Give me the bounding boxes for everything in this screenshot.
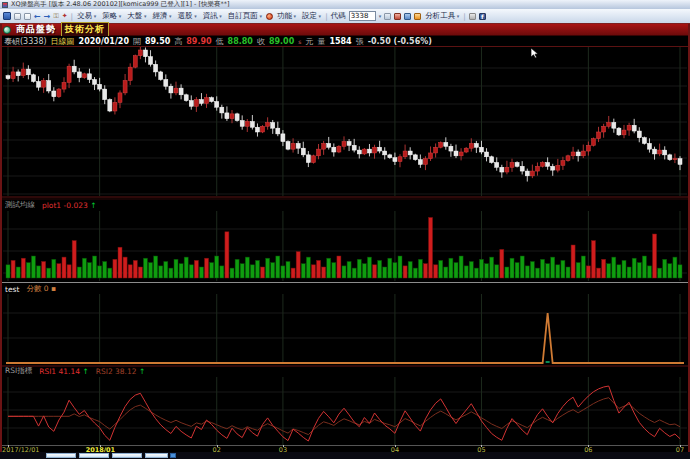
low-label: 低 bbox=[216, 36, 224, 47]
open-label: 開 bbox=[133, 36, 141, 47]
test-indicator-row: test 分數 0 ▪ bbox=[5, 284, 56, 294]
high-label: 高 bbox=[174, 36, 182, 47]
test-score-label: 分數 bbox=[26, 284, 41, 293]
menu-item-選股[interactable]: 選股 bbox=[177, 11, 198, 21]
volume-value: 1584 bbox=[329, 37, 351, 46]
ma-up-arrow-icon: ↑ bbox=[90, 201, 96, 210]
rsi2-label: RSI2 bbox=[96, 367, 113, 376]
menu-item-資訊[interactable]: 資訊 bbox=[202, 11, 223, 21]
code-dropdown-icon[interactable]: ▾ bbox=[379, 13, 382, 19]
open-value: 89.50 bbox=[145, 37, 170, 46]
grid-icon[interactable] bbox=[404, 13, 411, 20]
menu-item-策略[interactable]: 策略 bbox=[101, 11, 122, 21]
volume-unit: 張 bbox=[356, 36, 364, 47]
ma-plot-label: plot1 bbox=[42, 201, 61, 210]
chart-canvas[interactable] bbox=[0, 47, 690, 452]
app-grid-icon[interactable] bbox=[3, 12, 11, 20]
sort-up-icon[interactable] bbox=[384, 13, 391, 20]
flag-icon[interactable] bbox=[414, 13, 421, 20]
close-label: 收 bbox=[257, 36, 265, 47]
rsi2-value: 38.12 bbox=[115, 367, 136, 376]
menu-item-大盤[interactable]: 大盤 bbox=[126, 11, 147, 21]
taskbar-fragment[interactable] bbox=[46, 453, 76, 458]
code-input[interactable] bbox=[349, 11, 376, 21]
candlestick-series bbox=[6, 47, 682, 182]
period-label[interactable]: 日線圖 bbox=[51, 36, 75, 47]
ma-indicator-row: 測試均線 plot1 -0.023 ↑ bbox=[5, 200, 96, 210]
taskbar-fragment[interactable] bbox=[145, 453, 168, 458]
low-value: 88.80 bbox=[228, 37, 253, 46]
menu-separator: | bbox=[71, 12, 74, 21]
symbol-name[interactable]: 泰碩(3338) bbox=[4, 36, 47, 47]
change-value: -0.50 (-0.56%) bbox=[368, 37, 432, 46]
rsi1-up-arrow-icon: ↑ bbox=[82, 367, 88, 376]
status-ball-icon bbox=[3, 26, 11, 34]
menu-separator-3: | bbox=[463, 12, 466, 21]
volume-label: 量 bbox=[317, 36, 325, 47]
window-frame-left bbox=[0, 24, 2, 452]
rsi2-up-arrow-icon: ↑ bbox=[139, 367, 145, 376]
tab-market-overview[interactable]: 商品盤勢 bbox=[16, 23, 56, 36]
ma-plot-value: -0.023 bbox=[64, 201, 88, 210]
quote-info-row: 泰碩(3338) 日線圖 2020/01/20 開 89.50 高 89.90 … bbox=[0, 36, 690, 47]
facebook-icon[interactable]: f bbox=[479, 13, 486, 20]
grid-lines bbox=[3, 47, 687, 445]
page-icon[interactable] bbox=[24, 13, 31, 20]
menu-item-自訂頁面[interactable]: 自訂頁面 bbox=[227, 11, 263, 21]
home-icon[interactable] bbox=[14, 13, 21, 20]
rsi1-value: 41.14 bbox=[59, 367, 80, 376]
test-score-value: 0 bbox=[44, 284, 49, 293]
menu-item-analysis-tools[interactable]: 分析工具 bbox=[424, 11, 460, 21]
app-icon bbox=[2, 2, 8, 8]
menu-item-交易[interactable]: 交易 bbox=[76, 11, 97, 21]
volume-series bbox=[6, 218, 682, 279]
taskbar-fragment[interactable] bbox=[112, 453, 142, 458]
menu-item-設定[interactable]: 設定 bbox=[301, 11, 322, 21]
forward-arrow-icon[interactable]: → bbox=[44, 12, 51, 21]
sort-down-icon[interactable] bbox=[394, 13, 401, 20]
unit-label: 元 bbox=[305, 36, 313, 47]
page-header: 商品盤勢 技術分析 bbox=[0, 24, 690, 36]
menu-items: 交易策略大盤經濟選股資訊自訂頁面 bbox=[76, 11, 263, 21]
record-dot-icon[interactable] bbox=[266, 13, 273, 20]
test-spike-base-marker bbox=[546, 361, 550, 363]
settlement-flag: s bbox=[298, 38, 301, 45]
code-label: 代碼 bbox=[331, 11, 346, 21]
menu-item-經濟[interactable]: 經濟 bbox=[151, 11, 172, 21]
menu-item-功能[interactable]: 功能 bbox=[276, 11, 297, 21]
test-marker-icon: ▪ bbox=[51, 284, 56, 293]
menu-items-right: 功能設定 bbox=[276, 11, 322, 21]
taskbar-fragment[interactable] bbox=[79, 453, 109, 458]
back-arrow-icon[interactable]: ← bbox=[34, 12, 41, 21]
chart-window-icon[interactable] bbox=[469, 13, 476, 20]
taskbar-strip bbox=[0, 452, 690, 459]
rsi1-label: RSI1 bbox=[39, 367, 56, 376]
rsi2-line bbox=[8, 398, 680, 435]
rsi1-line bbox=[8, 386, 680, 441]
close-value: 89.00 bbox=[269, 37, 294, 46]
menu-separator-2: | bbox=[325, 12, 328, 21]
window-title: XQ操盤高手 [版本 2.48.06 200102][komica999 已登入… bbox=[11, 0, 229, 9]
lock-icon[interactable]: ⚿ bbox=[53, 12, 58, 20]
high-value: 89.90 bbox=[186, 37, 211, 46]
x-axis[interactable]: 2017/12/012018/01020304050607 bbox=[0, 445, 690, 452]
title-bar: XQ操盤高手 [版本 2.48.06 200102][komica999 已登入… bbox=[0, 0, 690, 9]
star-icon[interactable]: ✦ bbox=[62, 12, 68, 20]
ma-indicator-title[interactable]: 測試均線 bbox=[5, 200, 35, 210]
test-indicator-title[interactable]: test bbox=[5, 285, 19, 294]
rsi-indicator-row: RSI指標 RSI1 41.14 ↑ RSI2 38.12 ↑ bbox=[5, 366, 145, 376]
taskbar-fragment[interactable] bbox=[170, 453, 176, 458]
rsi-indicator-title[interactable]: RSI指標 bbox=[5, 366, 32, 376]
quote-date: 2020/01/20 bbox=[79, 37, 129, 46]
